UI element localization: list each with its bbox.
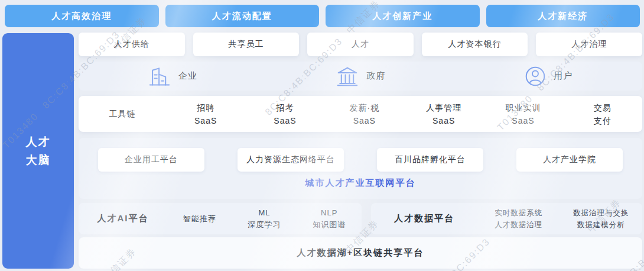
data-item-line: 数据治理与交换 bbox=[573, 207, 629, 219]
toolchain-item-exam-saas: 招考 SaaS bbox=[245, 101, 324, 127]
bank-icon bbox=[336, 66, 359, 86]
ai-panel-title: 人才AI平台 bbox=[79, 213, 167, 224]
box-talent-capital-bank: 人才资本银行 bbox=[422, 33, 528, 56]
data-lake-blockchain-bar: 人才数据湖+区块链共享平台 bbox=[79, 237, 642, 269]
ai-item-line: ML bbox=[258, 207, 270, 219]
data-item-exchange-modeling: 数据治理与交换 数据建模分析 bbox=[560, 207, 643, 231]
talent-brain-label-line1: 人才 bbox=[26, 133, 51, 151]
actor-user-label: 用户 bbox=[554, 70, 573, 82]
toolchain-title: 工具链 bbox=[79, 109, 166, 120]
user-icon bbox=[525, 66, 546, 87]
actor-government-label: 政府 bbox=[366, 70, 385, 82]
box-hr-ecosystem-network-platform: 人力资源生态网络平台 bbox=[238, 148, 344, 172]
toolchain-item-payroll-tax-saas: 发薪·税 SaaS bbox=[325, 101, 404, 127]
toolchain-item-trade-payment: 交易 支付 bbox=[563, 101, 642, 127]
toolchain-band: 工具链 招聘 SaaS 招考 SaaS 发薪·税 SaaS 人事管理 SaaS … bbox=[79, 96, 642, 132]
toolchain-item-hr-saas: 人事管理 SaaS bbox=[404, 101, 483, 127]
ai-item-nlp-knowledge-graph: NLP 知识图谱 bbox=[297, 207, 362, 231]
talent-brain-label-line2: 大脑 bbox=[26, 151, 51, 169]
supply-row: 人才供给 共享员工 人才 人才资本银行 人才治理 bbox=[79, 33, 642, 56]
actor-enterprise-label: 企业 bbox=[178, 70, 197, 82]
ai-item-ml-deep-learning: ML 深度学习 bbox=[232, 207, 297, 231]
toolchain-item-line: SaaS bbox=[194, 114, 217, 127]
building-icon bbox=[148, 66, 171, 86]
platform-box-row: 企业用工平台 人力资源生态网络平台 百川品牌孵化平台 人才产业学院 bbox=[98, 148, 623, 172]
ai-item-line: 知识图谱 bbox=[313, 219, 346, 231]
toolchain-item-line: SaaS bbox=[512, 114, 534, 127]
data-panel-title: 人才数据平台 bbox=[371, 213, 477, 224]
box-talent-supply: 人才供给 bbox=[79, 33, 185, 56]
toolchain-item-recruiting-saas: 招聘 SaaS bbox=[166, 101, 245, 127]
pill-talent-innovation: 人才创新产业 bbox=[326, 5, 480, 27]
pill-talent-governance: 人才高效治理 bbox=[5, 5, 159, 27]
actors-band: 企业 政府 用户 bbox=[79, 62, 642, 91]
ai-item-line: 深度学习 bbox=[248, 219, 281, 231]
toolchain-item-line: 交易 bbox=[594, 101, 612, 114]
toolchain-item-line: 招考 bbox=[276, 101, 294, 114]
pill-talent-economy: 人才新经济 bbox=[486, 5, 640, 27]
actor-government: 政府 bbox=[336, 66, 385, 86]
box-enterprise-employment-platform: 企业用工平台 bbox=[98, 148, 204, 172]
toolchain-item-line: 支付 bbox=[594, 114, 612, 127]
actor-enterprise: 企业 bbox=[148, 66, 197, 86]
talent-data-panel: 人才数据平台 实时数据系统 人才数据治理 数据治理与交换 数据建模分析 bbox=[371, 203, 642, 234]
box-talent-governance: 人才治理 bbox=[536, 33, 642, 56]
box-baichuan-brand-incubation-platform: 百川品牌孵化平台 bbox=[377, 148, 483, 172]
talent-ai-panel: 人才AI平台 智能推荐 ML 深度学习 NLP 知识图谱 bbox=[79, 203, 362, 234]
data-item-line: 数据建模分析 bbox=[577, 219, 625, 231]
top-pill-row: 人才高效治理 人才流动配置 人才创新产业 人才新经济 bbox=[5, 5, 640, 27]
talent-brain-block: 人才 大脑 bbox=[2, 33, 74, 269]
toolchain-item-training-saas: 职业实训 SaaS bbox=[483, 101, 562, 127]
toolchain-item-line: 发薪·税 bbox=[349, 101, 379, 114]
data-item-line: 实时数据系统 bbox=[495, 207, 542, 219]
toolchain-item-line: SaaS bbox=[274, 114, 296, 127]
actor-user: 用户 bbox=[525, 66, 573, 87]
data-item-line: 人才数据治理 bbox=[495, 219, 542, 231]
toolchain-item-line: SaaS bbox=[353, 114, 376, 127]
city-platform-caption: 城市人才产业互联网平台 bbox=[79, 178, 642, 189]
data-item-realtime-governance: 实时数据系统 人才数据治理 bbox=[477, 207, 560, 231]
box-talent: 人才 bbox=[307, 33, 414, 56]
box-shared-staff: 共享员工 bbox=[193, 33, 300, 56]
toolchain-item-line: 职业实训 bbox=[505, 101, 541, 114]
toolchain-item-line: 招聘 bbox=[197, 101, 214, 114]
ai-item-line: 智能推荐 bbox=[183, 213, 216, 225]
toolchain-item-line: SaaS bbox=[432, 114, 455, 127]
box-talent-industry-academy: 人才产业学院 bbox=[516, 148, 623, 172]
ai-item-line: NLP bbox=[321, 207, 337, 219]
city-platform-panel: 企业用工平台 人力资源生态网络平台 百川品牌孵化平台 人才产业学院 城市人才产业… bbox=[79, 138, 642, 199]
talent-brain-architecture-diagram: 人才高效治理 人才流动配置 人才创新产业 人才新经济 人才 大脑 人才供给 共享… bbox=[0, 0, 644, 271]
toolchain-item-line: 人事管理 bbox=[426, 101, 461, 114]
pill-talent-flow: 人才流动配置 bbox=[165, 5, 320, 27]
ai-item-smart-recommendation: 智能推荐 bbox=[167, 213, 232, 225]
